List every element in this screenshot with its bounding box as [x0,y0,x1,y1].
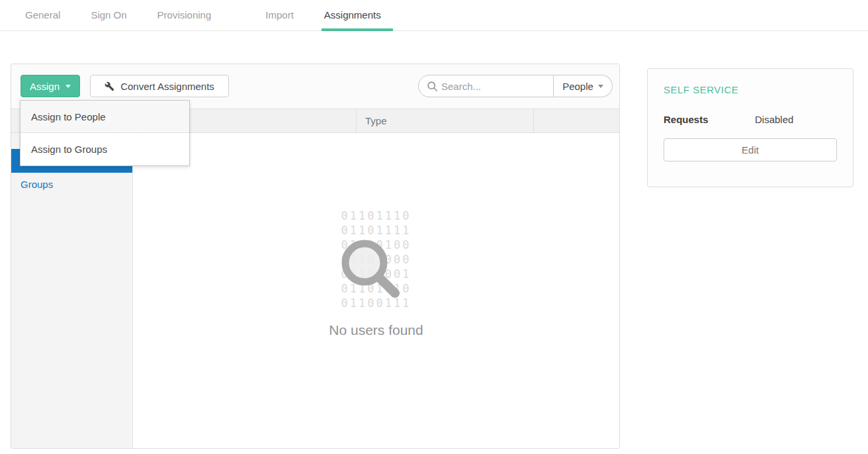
tab-provisioning[interactable]: Provisioning [156,0,213,30]
sidebar-item-groups[interactable]: Groups [11,173,132,197]
edit-button[interactable]: Edit [664,138,837,161]
empty-state-message: No users found [133,322,619,338]
self-service-panel: SELF SERVICE Requests Disabled Edit [647,68,853,187]
requests-value: Disabled [755,114,793,125]
assign-button-label: Assign [30,81,60,92]
tab-sign-on[interactable]: Sign On [89,0,128,30]
app-tab-bar: General Sign On Provisioning Import Assi… [0,0,868,31]
magnifier-icon [335,234,404,302]
assign-button[interactable]: Assign [21,75,80,97]
assignments-sidebar: Groups [11,133,133,448]
tab-label: Import [265,9,294,21]
column-divider [356,109,357,132]
empty-state: 01101110 01101111 01110100 01101000 0110… [133,133,619,448]
column-header-type: Type [365,109,387,132]
binary-line: 01101110 [133,208,619,223]
convert-assignments-label: Convert Assignments [120,81,214,92]
search-filter-label: People [562,81,593,92]
search-box [418,75,554,97]
convert-assignments-button[interactable]: Convert Assignments [90,75,229,97]
wrench-icon [105,81,114,91]
caret-down-icon [598,85,603,88]
active-tab-underline [322,28,393,31]
search-icon [427,81,438,92]
tab-label: Sign On [91,9,126,21]
tab-import[interactable]: Import [264,0,295,30]
search-group: People [418,75,613,97]
tab-assignments[interactable]: Assignments [323,0,382,30]
search-filter-dropdown[interactable]: People [554,75,613,97]
menu-item-assign-to-people[interactable]: Assign to People [21,101,189,133]
column-divider [533,109,534,132]
requests-label: Requests [664,114,755,125]
requests-row: Requests Disabled [664,114,837,125]
tab-label: Provisioning [157,9,212,21]
search-input[interactable] [441,76,548,96]
self-service-title: SELF SERVICE [664,84,837,95]
tab-label: General [25,9,60,21]
caret-down-icon [65,85,71,88]
tab-general[interactable]: General [24,0,62,30]
tab-label: Assignments [324,9,381,21]
menu-item-assign-to-groups[interactable]: Assign to Groups [21,133,189,165]
assign-dropdown-menu: Assign to People Assign to Groups [20,100,190,166]
